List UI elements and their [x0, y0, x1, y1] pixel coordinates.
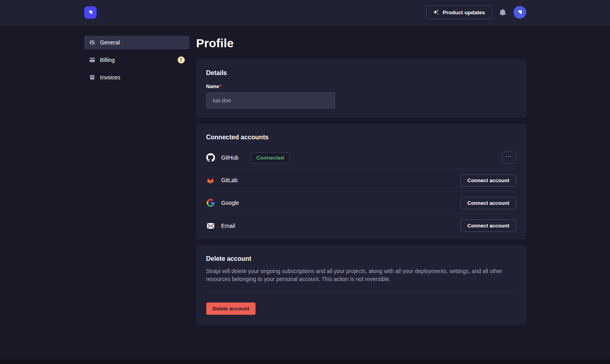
google-connect-button[interactable]: Connect account — [461, 197, 516, 209]
account-row-github: GitHub Connected ··· — [206, 146, 516, 169]
name-input[interactable] — [206, 92, 335, 108]
account-row-email: Email Connect account — [206, 214, 516, 237]
strapi-logo-icon — [87, 9, 94, 16]
account-row-google: Google Connect account — [206, 192, 516, 214]
ellipsis-icon: ··· — [506, 154, 512, 159]
delete-account-heading: Delete account — [197, 246, 526, 262]
sliders-icon — [89, 39, 95, 46]
provider-name: Email — [221, 223, 235, 229]
product-updates-button[interactable]: Product updates — [426, 6, 492, 19]
sidebar-item-label: Invoices — [100, 74, 185, 81]
sparkle-icon — [433, 9, 439, 15]
details-card: Details Name* — [196, 60, 526, 117]
settings-sidebar: General Billing ! Invoices — [84, 36, 190, 331]
sidebar-item-billing[interactable]: Billing ! — [84, 53, 190, 67]
gitlab-connect-button[interactable]: Connect account — [461, 174, 516, 187]
account-row-gitlab: GitLab Connect account — [206, 169, 516, 192]
github-icon — [206, 153, 215, 162]
details-heading: Details — [197, 60, 526, 77]
delete-account-card: Delete account Strapi will delete your o… — [196, 245, 526, 325]
provider-name: GitLab — [221, 177, 238, 183]
product-updates-label: Product updates — [443, 10, 485, 15]
sidebar-item-label: Billing — [100, 57, 173, 63]
google-icon — [206, 199, 215, 207]
main-content: Profile Details Name* Connected accounts — [196, 36, 526, 331]
delete-account-description: Strapi will delete your ongoing subscrip… — [197, 262, 517, 283]
window-bottom-edge — [0, 359, 610, 364]
connected-accounts-card: Connected accounts GitHub Connected ··· — [196, 124, 526, 239]
required-asterisk: * — [219, 84, 221, 89]
strapi-logo[interactable] — [84, 6, 97, 19]
sidebar-item-label: General — [100, 39, 185, 46]
sidebar-item-general[interactable]: General — [84, 36, 190, 49]
email-icon — [206, 223, 215, 229]
provider-name: GitHub — [221, 154, 239, 161]
top-navigation-bar: Product updates — [0, 0, 610, 25]
bell-icon — [499, 9, 506, 16]
github-options-button[interactable]: ··· — [502, 152, 516, 164]
avatar-strapi-icon — [516, 9, 523, 16]
connected-status-badge: Connected — [251, 152, 289, 163]
notifications-button[interactable] — [498, 8, 507, 17]
name-field-label: Name* — [206, 84, 516, 89]
credit-card-icon — [89, 57, 95, 63]
user-avatar[interactable] — [513, 6, 526, 19]
invoice-icon — [89, 74, 95, 81]
page-title: Profile — [196, 37, 526, 50]
provider-name: Google — [221, 200, 239, 206]
billing-warning-icon: ! — [178, 56, 185, 64]
connected-accounts-heading: Connected accounts — [197, 124, 526, 141]
delete-account-button[interactable]: Delete account — [206, 302, 256, 315]
email-connect-button[interactable]: Connect account — [461, 220, 516, 232]
sidebar-item-invoices[interactable]: Invoices — [84, 71, 190, 84]
gitlab-icon — [206, 176, 215, 185]
